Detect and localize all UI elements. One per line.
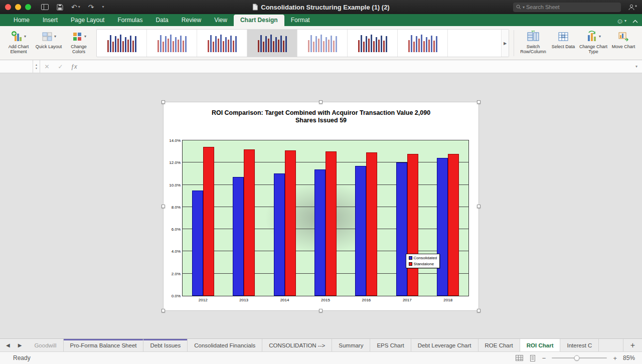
- bar-standalone-2015[interactable]: [326, 151, 337, 296]
- ribbon-tab-formulas[interactable]: Formulas: [111, 15, 149, 26]
- toolbar-options-caret-icon[interactable]: ▾: [102, 5, 104, 9]
- collapse-ribbon-icon[interactable]: [632, 20, 638, 23]
- feedback-smiley-button[interactable]: ☺ ▾: [616, 18, 626, 25]
- quick-layout-caret-icon: ▾: [54, 34, 56, 39]
- worksheet-area[interactable]: ROI Comparison: Target Combined with Acq…: [0, 73, 642, 338]
- bar-standalone-2014[interactable]: [285, 150, 296, 296]
- page-layout-view-icon[interactable]: [529, 355, 536, 361]
- chart-style-1[interactable]: [97, 30, 147, 57]
- selection-handle-top-middle[interactable]: [319, 100, 323, 104]
- sheet-tab-eps-chart[interactable]: EPS Chart: [370, 339, 411, 351]
- change-colors-button[interactable]: ▾ Change Colors: [64, 28, 93, 58]
- selection-handle-middle-left[interactable]: [162, 205, 165, 208]
- selection-handle-bottom-middle[interactable]: [319, 309, 323, 312]
- bar-consolidated-2015[interactable]: [314, 169, 326, 296]
- chart-style-3[interactable]: [197, 30, 247, 57]
- ribbon-tab-view[interactable]: View: [208, 15, 234, 26]
- search-scope-caret-icon[interactable]: ▾: [523, 5, 525, 10]
- sheet-tab-consolidation[interactable]: CONSOLIDATION -->: [262, 339, 332, 351]
- chart-style-2[interactable]: [147, 30, 197, 57]
- bar-consolidated-2017[interactable]: [396, 162, 407, 296]
- selection-handle-top-right[interactable]: [477, 100, 480, 104]
- sheet-tab-consolidated-financials[interactable]: Consolidated Financials: [188, 339, 262, 351]
- sheet-tab-pro-forma-balance-sheet[interactable]: Pro-Forma Balance Sheet: [64, 339, 144, 351]
- bar-consolidated-2018[interactable]: [437, 158, 448, 296]
- confirm-entry-icon[interactable]: ✓: [54, 63, 67, 70]
- selection-handle-top-left[interactable]: [162, 100, 165, 104]
- chart-legend[interactable]: ConsolidatedStandalone: [406, 254, 440, 268]
- switch-row-column-button[interactable]: Switch Row/Column: [519, 28, 548, 58]
- zoom-out-icon[interactable]: −: [542, 354, 546, 362]
- sheet-tab-goodwill[interactable]: Goodwill: [28, 339, 63, 351]
- selection-handle-middle-right[interactable]: [477, 205, 480, 208]
- chart-title[interactable]: ROI Comparison: Target Combined with Acq…: [164, 109, 478, 124]
- stepper-up-icon[interactable]: ▲: [35, 63, 38, 66]
- bar-standalone-2017[interactable]: [407, 154, 418, 296]
- cancel-entry-icon[interactable]: ✕: [40, 63, 54, 70]
- bar-consolidated-2012[interactable]: [192, 191, 203, 296]
- sheet-tab-roi-chart[interactable]: ROI Chart: [520, 339, 561, 351]
- quick-layout-button[interactable]: ▾ Quick Layout: [34, 28, 63, 58]
- redo-button[interactable]: ↷: [88, 4, 94, 11]
- bar-consolidated-2014[interactable]: [274, 173, 285, 296]
- zoom-in-icon[interactable]: +: [613, 354, 617, 362]
- chart-style-7[interactable]: [398, 30, 448, 57]
- minimize-window-button[interactable]: [15, 4, 21, 10]
- ribbon-tab-format[interactable]: Format: [284, 15, 316, 26]
- zoom-slider[interactable]: [552, 357, 607, 358]
- thumbnail-bar: [366, 36, 367, 52]
- change-chart-type-button[interactable]: ▾ Change Chart Type: [579, 28, 608, 58]
- bar-standalone-2018[interactable]: [448, 154, 459, 296]
- thumbnail-bar: [110, 35, 111, 52]
- zoom-slider-knob[interactable]: [574, 355, 579, 361]
- selection-handle-bottom-left[interactable]: [162, 309, 165, 312]
- sheet-tab-debt-leverage-chart[interactable]: Debt Leverage Chart: [411, 339, 478, 351]
- gallery-next-icon[interactable]: ▶: [501, 30, 509, 57]
- x-axis-tick-label: 2013: [223, 298, 264, 302]
- ribbon-tab-review[interactable]: Review: [175, 15, 208, 26]
- close-window-button[interactable]: [5, 4, 11, 10]
- scroll-tabs-left-icon[interactable]: ◀: [6, 342, 10, 348]
- status-ready-label: Ready: [13, 354, 31, 361]
- sheet-tab-interest-c[interactable]: Interest C: [560, 339, 599, 351]
- select-data-button[interactable]: Select Data: [549, 28, 578, 58]
- zoom-window-button[interactable]: [25, 4, 31, 10]
- sheet-tab-scroll: ◀ ▶: [0, 339, 28, 351]
- plot-area[interactable]: 0.0%2.0%4.0%6.0%8.0%10.0%12.0%14.0%20122…: [182, 140, 469, 296]
- share-icon[interactable]: [628, 4, 637, 11]
- normal-view-icon[interactable]: [516, 355, 523, 361]
- ribbon-tab-home[interactable]: Home: [7, 15, 36, 26]
- scroll-tabs-right-icon[interactable]: ▶: [18, 342, 22, 348]
- stepper-down-icon[interactable]: ▼: [35, 67, 38, 70]
- formula-bar-expand-icon[interactable]: ▾: [631, 64, 642, 69]
- ribbon-tab-data[interactable]: Data: [149, 15, 175, 26]
- bar-standalone-2013[interactable]: [244, 149, 255, 296]
- selection-handle-bottom-right[interactable]: [477, 309, 480, 312]
- move-chart-button[interactable]: Move Chart: [609, 28, 638, 58]
- bar-standalone-2016[interactable]: [366, 152, 377, 296]
- bar-standalone-2012[interactable]: [203, 147, 214, 296]
- formula-input[interactable]: [81, 60, 631, 73]
- search-field[interactable]: ▾ Search Sheet: [513, 3, 621, 12]
- add-sheet-button[interactable]: +: [623, 339, 642, 351]
- sheet-tab-debt-issues[interactable]: Debt Issues: [143, 339, 188, 351]
- sheet-tab-summary[interactable]: Summary: [332, 339, 370, 351]
- chart-style-6[interactable]: [348, 30, 398, 57]
- chart-style-4[interactable]: [247, 30, 297, 57]
- name-box[interactable]: [0, 60, 33, 73]
- undo-button[interactable]: ↶ ▾: [71, 4, 80, 11]
- chart-object[interactable]: ROI Comparison: Target Combined with Acq…: [163, 102, 479, 311]
- chart-style-5[interactable]: [297, 30, 348, 57]
- sheet-tab-roe-chart[interactable]: ROE Chart: [478, 339, 520, 351]
- bar-consolidated-2016[interactable]: [355, 166, 366, 296]
- panes-icon[interactable]: [41, 4, 49, 10]
- add-chart-element-button[interactable]: ▾ Add Chart Element: [4, 28, 33, 58]
- ribbon-tab-chart-design[interactable]: Chart Design: [234, 15, 284, 26]
- ribbon-tab-insert[interactable]: Insert: [36, 15, 64, 26]
- undo-caret-icon[interactable]: ▾: [78, 5, 80, 9]
- name-box-stepper[interactable]: ▲ ▼: [33, 60, 40, 73]
- save-icon[interactable]: [57, 4, 63, 11]
- insert-function-icon[interactable]: ƒx: [67, 63, 81, 70]
- bar-consolidated-2013[interactable]: [233, 177, 244, 296]
- ribbon-tab-page-layout[interactable]: Page Layout: [64, 15, 111, 26]
